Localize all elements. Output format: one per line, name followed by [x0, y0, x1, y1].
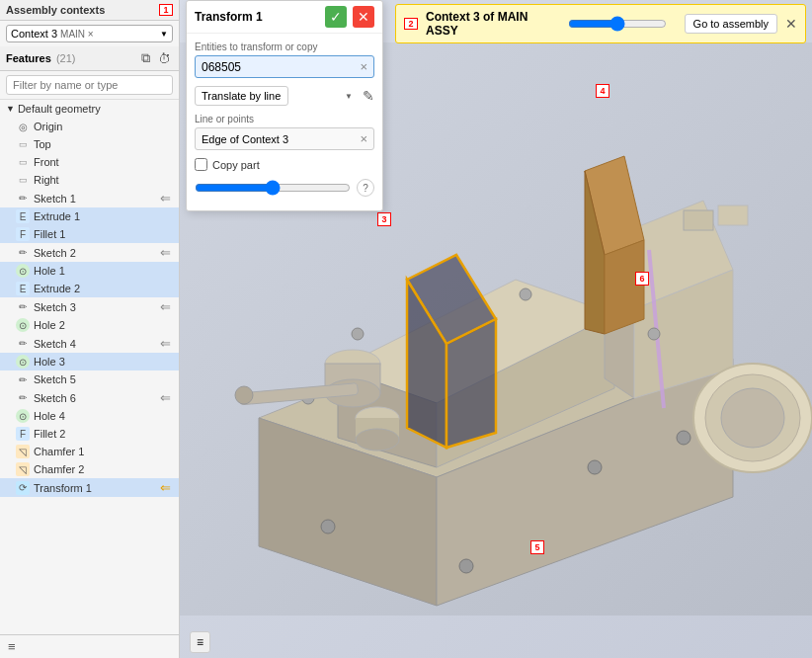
fillet-icon: F	[16, 227, 30, 241]
svg-point-27	[321, 520, 335, 534]
svg-point-29	[588, 460, 602, 474]
feature-label: Extrude 1	[34, 210, 80, 222]
arrow-icon: ⇐	[160, 299, 171, 314]
sketch-icon: ✏	[16, 372, 30, 386]
features-label: Features (21)	[6, 52, 135, 64]
feature-hole1[interactable]: ⊙ Hole 1	[0, 262, 179, 280]
extrude-icon: E	[16, 209, 30, 223]
feature-label: Front	[34, 156, 59, 168]
feature-sketch1[interactable]: ✏ Sketch 1 ⇐	[0, 189, 179, 207]
feature-label: Hole 1	[34, 265, 65, 277]
confirm-button[interactable]: ✓	[325, 6, 347, 28]
left-bottom-toolbar: ≡	[0, 634, 179, 658]
feature-label: Origin	[34, 121, 62, 132]
transform-panel-header: Transform 1 ✓ ✕	[187, 1, 382, 34]
feature-fillet2[interactable]: F Fillet 2	[0, 425, 179, 443]
copy-part-checkbox[interactable]	[195, 158, 207, 171]
feature-origin[interactable]: ◎ Origin	[0, 118, 179, 135]
svg-marker-15	[605, 240, 644, 334]
filter-row	[0, 71, 179, 100]
chevron-down-icon: ▼	[160, 30, 168, 39]
plane-icon: ▭	[16, 173, 30, 187]
chamfer-icon: ◹	[16, 462, 30, 476]
transform-slider[interactable]	[195, 180, 351, 196]
svg-point-37	[235, 386, 253, 404]
help-btn[interactable]: ?	[357, 179, 374, 197]
svg-point-30	[677, 431, 690, 445]
feature-transform1[interactable]: ⟳ Transform 1 ⇐	[0, 478, 179, 497]
section-default-geometry[interactable]: ▼ Default geometry	[0, 100, 179, 118]
feature-hole4[interactable]: ⊙ Hole 4	[0, 407, 179, 425]
filter-input[interactable]	[6, 75, 173, 95]
section-label: Default geometry	[18, 103, 101, 115]
feature-hole3[interactable]: ⊙ Hole 3	[0, 353, 179, 370]
assembly-contexts-badge: 1	[159, 4, 173, 16]
feature-sketch4[interactable]: ✏ Sketch 4 ⇐	[0, 334, 179, 353]
svg-rect-35	[718, 206, 748, 225]
features-list: ▼ Default geometry ◎ Origin ▭ Top ▭ Fron…	[0, 100, 179, 634]
list-view-toolbar-btn[interactable]: ≡	[190, 631, 210, 653]
feature-sketch3[interactable]: ✏ Sketch 3 ⇐	[0, 297, 179, 316]
pencil-btn[interactable]: ✎	[363, 88, 374, 104]
method-row: Translate by line Rotate Scale ✎	[195, 86, 374, 106]
entity-clear-btn[interactable]: ×	[360, 59, 367, 74]
feature-label: Sketch 1	[34, 193, 76, 205]
extrude-icon: E	[16, 282, 30, 295]
feature-sketch2[interactable]: ✏ Sketch 2 ⇐	[0, 243, 179, 262]
badge-5: 5	[530, 540, 544, 554]
section-chevron: ▼	[6, 104, 15, 114]
feature-extrude1[interactable]: E Extrude 1	[0, 207, 179, 225]
cancel-button[interactable]: ✕	[353, 6, 374, 28]
context-banner-close-btn[interactable]: ✕	[785, 16, 797, 32]
entity-input[interactable]	[202, 60, 360, 74]
hole-icon: ⊙	[16, 318, 30, 332]
arrow-yellow-icon: ⇐	[160, 480, 171, 495]
feature-sketch6[interactable]: ✏ Sketch 6 ⇐	[0, 388, 179, 407]
line-label: Line or points	[195, 114, 374, 124]
context-slider[interactable]	[568, 16, 667, 32]
feature-right[interactable]: ▭ Right	[0, 171, 179, 189]
features-icon1-btn[interactable]: ⧉	[139, 50, 152, 66]
arrow-icon: ⇐	[160, 245, 171, 260]
feature-chamfer2[interactable]: ◹ Chamfer 2	[0, 460, 179, 478]
method-select-wrapper: Translate by line Rotate Scale	[195, 86, 359, 106]
transform-body: Entities to transform or copy × Translat…	[187, 34, 382, 210]
arrow-icon: ⇐	[160, 336, 171, 351]
arrow-icon: ⇐	[160, 390, 171, 405]
svg-point-23	[352, 328, 364, 340]
method-select[interactable]: Translate by line Rotate Scale	[195, 86, 288, 106]
svg-point-28	[459, 559, 473, 573]
feature-sketch5[interactable]: ✏ Sketch 5	[0, 370, 179, 388]
feature-front[interactable]: ▭ Front	[0, 153, 179, 171]
sketch-icon: ✏	[16, 192, 30, 206]
feature-hole2[interactable]: ⊙ Hole 2	[0, 316, 179, 334]
feature-fillet1[interactable]: F Fillet 1	[0, 225, 179, 243]
svg-rect-34	[684, 210, 713, 230]
svg-point-22	[356, 429, 399, 451]
chamfer-icon: ◹	[16, 445, 30, 458]
feature-extrude2[interactable]: E Extrude 2	[0, 280, 179, 297]
go-to-assembly-button[interactable]: Go to assembly	[685, 14, 777, 34]
origin-icon: ◎	[16, 120, 30, 133]
feature-label: Sketch 3	[34, 301, 76, 313]
feature-top[interactable]: ▭ Top	[0, 135, 179, 153]
entity-label: Entities to transform or copy	[195, 41, 374, 52]
features-toolbar: ⧉ ⏱	[139, 50, 173, 66]
feature-label: Fillet 1	[34, 228, 65, 240]
list-view-btn[interactable]: ≡	[6, 639, 18, 654]
plane-icon: ▭	[16, 137, 30, 151]
feature-label: Chamfer 2	[34, 463, 84, 475]
feature-label: Chamfer 1	[34, 446, 84, 457]
feature-label: Sketch 6	[34, 392, 76, 404]
context-dropdown[interactable]: Context 3 MAIN × ▼	[6, 25, 173, 42]
copy-part-row: Copy part	[195, 158, 374, 171]
arrow-icon: ⇐	[160, 191, 171, 206]
context-value: Context 3	[11, 28, 57, 40]
feature-label: Fillet 2	[34, 428, 65, 440]
feature-chamfer1[interactable]: ◹ Chamfer 1	[0, 443, 179, 460]
features-icon2-btn[interactable]: ⏱	[156, 50, 173, 66]
copy-part-label[interactable]: Copy part	[212, 159, 260, 171]
feature-label: Right	[34, 174, 59, 186]
line-clear-btn[interactable]: ×	[360, 131, 367, 146]
line-field: Edge of Context 3 ×	[195, 127, 374, 150]
